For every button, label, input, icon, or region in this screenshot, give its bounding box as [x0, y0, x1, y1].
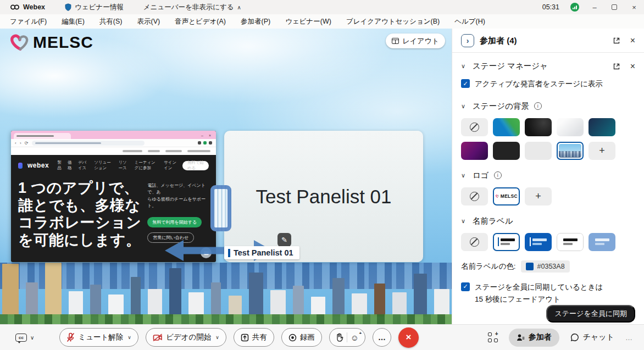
browser-tab — [14, 133, 71, 139]
logo-option-none[interactable] — [461, 187, 488, 205]
menu-edit[interactable]: 編集(E) — [62, 17, 85, 26]
participants-panel: › 参加者 (4) × ∨ ステージ マネージャ × — [452, 29, 644, 324]
share-label: 共有 — [252, 332, 267, 342]
url-field — [32, 141, 145, 146]
stage-brand-logo: MELSC — [8, 32, 93, 53]
popout-icon[interactable] — [613, 37, 620, 45]
stage-drag-handle[interactable] — [210, 185, 231, 231]
reactions-button[interactable]: ☺+ — [329, 328, 365, 347]
name-label-option-translucent[interactable] — [589, 233, 615, 251]
tile-display-name: Test Panelist 01 — [256, 186, 391, 208]
participants-toggle-button[interactable]: 参加者 — [509, 329, 559, 347]
background-option-light-gray[interactable] — [525, 142, 552, 160]
browser-window-controls: – × — [201, 134, 213, 139]
color-picker-chip[interactable]: #0353A8 — [521, 260, 570, 273]
stage-area: MELSC レイアウト – × ‹ › ⟳ webex — [0, 29, 452, 324]
popout-icon[interactable] — [613, 63, 620, 70]
sync-fade-checkbox[interactable]: ✓ — [461, 282, 470, 291]
close-stage-manager-button[interactable]: × — [630, 62, 635, 71]
chevron-down-icon[interactable]: ∨ — [461, 172, 468, 179]
collapse-panel-button[interactable]: › — [461, 34, 474, 47]
edit-name-label-button[interactable]: ✎ — [277, 233, 291, 247]
logo-option-melsc-selected[interactable]: MELSC — [493, 187, 520, 205]
color-swatch — [526, 263, 534, 270]
no-name-label-icon — [470, 237, 479, 247]
add-logo-button[interactable]: + — [525, 187, 552, 205]
check-icon: ✓ — [463, 80, 468, 87]
maximize-button[interactable] — [610, 3, 619, 12]
ellipsis-icon: … — [378, 333, 386, 342]
background-option-purple[interactable] — [461, 142, 488, 160]
hide-menubar-button[interactable]: メニューバーを非表示にする ∧ — [143, 3, 241, 12]
chevron-up-icon: ∧ — [237, 4, 241, 10]
background-option-none[interactable] — [461, 118, 488, 136]
site-utility-nav — [11, 147, 216, 155]
logo-title: ロゴ — [473, 170, 489, 181]
menu-webinar[interactable]: ウェビナー(W) — [285, 17, 331, 26]
record-button[interactable]: 録画 — [281, 328, 322, 347]
leave-webinar-button[interactable]: × — [398, 327, 419, 348]
active-speaker-option: ✓ アクティブな発言者をステージに表示 — [461, 79, 635, 90]
webinar-info-button[interactable]: ウェビナー情報 — [65, 3, 124, 12]
unmute-button[interactable]: ミュート解除 ∨ — [59, 328, 138, 347]
background-option-teal[interactable] — [589, 118, 615, 136]
layout-button[interactable]: レイアウト — [386, 34, 445, 48]
melsc-heart-icon — [495, 193, 499, 199]
menu-breakout[interactable]: ブレイクアウトセッション(B) — [346, 17, 440, 26]
close-window-button[interactable]: × — [630, 3, 639, 12]
close-panel-button[interactable]: × — [630, 36, 635, 45]
start-video-button[interactable]: ビデオの開始 ∨ — [146, 328, 226, 347]
sync-stage-button[interactable]: ステージを全員に同期 — [546, 305, 635, 323]
webex-logo-icon — [10, 4, 20, 10]
name-label-option-blue[interactable] — [525, 233, 552, 251]
name-label-option-plain[interactable] — [557, 233, 584, 251]
info-icon[interactable]: i — [534, 102, 542, 110]
tile-name-label: Test Panelist 01 — [224, 246, 299, 259]
more-panels-button[interactable]: … — [625, 334, 633, 342]
background-title: ステージの背景 — [473, 101, 529, 112]
background-option-city-selected[interactable] — [557, 142, 584, 160]
minimize-button[interactable]: – — [590, 3, 599, 12]
closed-captions-button[interactable]: cc ∨ — [15, 334, 34, 342]
menu-file[interactable]: ファイル(F) — [10, 17, 47, 26]
name-label-option-left-bar-selected[interactable] — [493, 233, 520, 251]
city-skyline — [0, 263, 452, 324]
logo-section-header: ∨ ロゴ i — [461, 170, 635, 181]
more-options-button[interactable]: … — [373, 328, 391, 347]
chat-button[interactable]: チャット — [570, 332, 614, 342]
chevron-down-icon: ∨ — [215, 335, 219, 340]
menu-help[interactable]: ヘルプ(H) — [454, 17, 485, 26]
smiley-reaction-icon: ☺+ — [351, 334, 359, 342]
name-label-option-none[interactable] — [461, 233, 488, 251]
site-nav-signin: サインイン — [164, 160, 178, 171]
background-option-black[interactable] — [525, 118, 552, 136]
background-option-white[interactable] — [557, 118, 584, 136]
background-option-blue-green[interactable] — [493, 118, 520, 136]
active-speaker-checkbox[interactable]: ✓ — [461, 79, 470, 88]
menu-participants[interactable]: 参加者(P) — [241, 17, 270, 26]
chevron-down-icon[interactable]: ∨ — [461, 218, 468, 225]
site-primary-button: 無料で利用を開始する — [147, 217, 202, 227]
site-subtext: 電話、メッセージ、イベントで、あ らゆる規模のチームをサポート。 — [147, 182, 209, 210]
background-option-charcoal[interactable] — [493, 142, 520, 160]
participants-label: 参加者 — [529, 332, 552, 342]
chevron-down-icon: ∨ — [30, 335, 34, 341]
active-speaker-label: アクティブな発言者をステージに表示 — [475, 79, 603, 90]
info-icon[interactable]: i — [494, 171, 502, 179]
add-background-button[interactable]: + — [589, 142, 615, 160]
menu-share[interactable]: 共有(S) — [99, 17, 123, 26]
sync-fade-label: ステージを全員に同期しているときは 15 秒後にフェードアウト — [475, 282, 603, 305]
name-label-title: 名前ラベル — [473, 216, 513, 226]
menu-view[interactable]: 表示(V) — [137, 17, 160, 26]
unmute-label: ミュート解除 — [78, 332, 123, 342]
raise-hand-icon — [336, 333, 343, 342]
chevron-down-icon[interactable]: ∨ — [461, 103, 468, 110]
menu-audio-video[interactable]: 音声とビデオ(A) — [175, 17, 226, 26]
add-icon: + — [535, 191, 541, 202]
sync-fade-option: ✓ ステージを全員に同期しているときは 15 秒後にフェードアウト — [461, 282, 635, 305]
close-icon: × — [406, 332, 412, 343]
name-label-options-row — [461, 233, 635, 251]
chevron-down-icon[interactable]: ∨ — [461, 63, 468, 70]
apps-icon[interactable]: + — [488, 332, 498, 342]
share-button[interactable]: 共有 — [234, 328, 274, 347]
